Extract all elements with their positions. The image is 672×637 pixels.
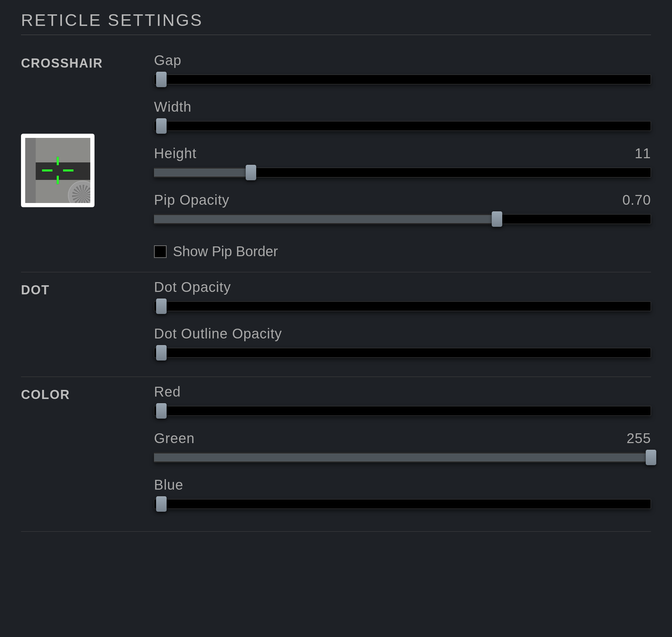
control-height: Height 11	[154, 142, 651, 186]
slider-blue[interactable]	[154, 497, 651, 511]
control-dot-opacity: Dot Opacity	[154, 276, 651, 320]
reticle-settings-panel: RETICLE SETTINGS CROSSHAIR Gap	[0, 0, 672, 539]
bottom-divider	[21, 531, 651, 532]
slider-height[interactable]	[154, 166, 651, 180]
section-label-dot: DOT	[21, 283, 154, 298]
checkbox-show-pip-border[interactable]	[154, 245, 167, 258]
control-width: Width	[154, 96, 651, 139]
slider-dot-opacity[interactable]	[154, 299, 651, 313]
panel-title: RETICLE SETTINGS	[21, 10, 651, 30]
label-green: Green	[154, 430, 195, 446]
slider-gap[interactable]	[154, 72, 651, 86]
slider-green[interactable]	[154, 450, 651, 464]
reticle-preview	[21, 134, 94, 207]
control-blue: Blue	[154, 474, 651, 517]
label-gap: Gap	[154, 52, 182, 68]
section-color-left: COLOR	[21, 380, 154, 517]
control-pip-opacity: Pip Opacity 0.70	[154, 189, 651, 232]
crosshair-pip-left-icon	[42, 169, 52, 172]
slider-pip-opacity[interactable]	[154, 212, 651, 226]
reticle-preview-scene	[25, 138, 90, 203]
control-dot-outline-opacity: Dot Outline Opacity	[154, 322, 651, 366]
crosshair-pip-top-icon	[57, 157, 59, 165]
section-dot: DOT Dot Opacity Dot Outline Opacity	[21, 272, 651, 377]
value-green: 255	[626, 430, 651, 446]
control-red: Red	[154, 380, 651, 424]
slider-width[interactable]	[154, 119, 651, 133]
label-height: Height	[154, 146, 197, 161]
section-color-controls: Red Green 255	[154, 380, 651, 517]
label-dot-opacity: Dot Opacity	[154, 279, 231, 295]
slider-red[interactable]	[154, 404, 651, 418]
section-label-color: COLOR	[21, 387, 154, 402]
label-dot-outline-opacity: Dot Outline Opacity	[154, 326, 282, 342]
section-dot-left: DOT	[21, 276, 154, 366]
label-red: Red	[154, 384, 181, 400]
crosshair-pip-right-icon	[63, 169, 74, 172]
control-gap: Gap	[154, 49, 651, 93]
crosshair-pip-bottom-icon	[57, 176, 59, 184]
section-dot-controls: Dot Opacity Dot Outline Opacity	[154, 276, 651, 366]
label-width: Width	[154, 99, 191, 115]
section-label-crosshair: CROSSHAIR	[21, 56, 154, 71]
panel-title-divider	[21, 35, 651, 35]
control-green: Green 255	[154, 427, 651, 471]
label-pip-opacity: Pip Opacity	[154, 192, 230, 208]
value-height: 11	[635, 146, 651, 161]
value-pip-opacity: 0.70	[622, 192, 651, 208]
section-color: COLOR Red Green 255	[21, 377, 651, 528]
label-blue: Blue	[154, 477, 183, 493]
reticle-preview-crosshair	[42, 155, 74, 186]
slider-dot-outline-opacity[interactable]	[154, 346, 651, 360]
control-show-pip-border[interactable]: Show Pip Border	[154, 244, 651, 259]
section-crosshair-left: CROSSHAIR	[21, 49, 154, 261]
label-show-pip-border: Show Pip Border	[173, 244, 278, 259]
section-crosshair: CROSSHAIR Gap	[21, 49, 651, 272]
section-crosshair-controls: Gap Width	[154, 49, 651, 261]
